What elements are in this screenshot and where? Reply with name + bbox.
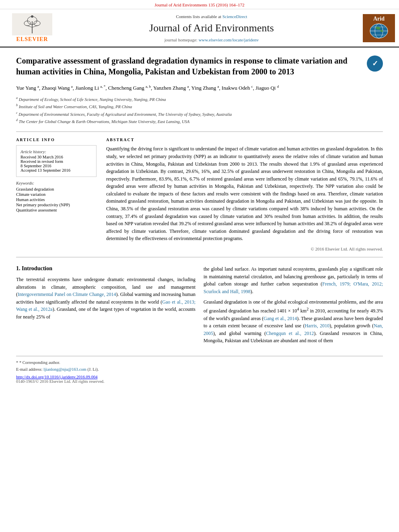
journal-citation-bar: Journal of Arid Environments 135 (2016) … <box>0 0 399 9</box>
keyword-5: Quantitative assessment <box>16 208 97 212</box>
keyword-3: Human activities <box>16 197 97 202</box>
ref-gao[interactable]: Gao et al., 2013; Wang et al., 2012a <box>16 299 195 312</box>
abstract-heading: ABSTRACT <box>106 138 383 142</box>
article-info-column: ARTICLE INFO Article history: Received 3… <box>16 138 97 251</box>
email-note: E-mail address: ljianlong@nju@163.com (J… <box>16 366 383 373</box>
ref-french[interactable]: French, 1979; O'Mara, 2012; Scurlock and… <box>204 281 383 294</box>
info-abstract-section: ARTICLE INFO Article history: Received 3… <box>16 138 383 251</box>
affiliation-a: a Department of Ecology, School of Life … <box>16 96 383 103</box>
article-info-heading: ARTICLE INFO <box>16 138 97 142</box>
keywords-box: Keywords: Grassland degradation Climate … <box>16 181 97 212</box>
affiliation-d: d The Center for Global Change & Earth O… <box>16 118 383 125</box>
elsevier-wordmark: ELSEVIER <box>16 36 48 43</box>
intro-para-3: Grassland degradation is one of the glob… <box>204 298 383 345</box>
affiliation-c: c Department of Environmental Sciences, … <box>16 111 383 118</box>
journal-homepage: journal homepage: www.elsevier.com/locat… <box>165 37 259 42</box>
body-two-column: 1. Introduction The terrestrial ecosyste… <box>16 265 383 348</box>
received-date: Received 30 March 2016 <box>21 155 92 159</box>
arid-logo-container: Arid <box>359 13 399 43</box>
intro-para-2: the global land surface. As important na… <box>204 265 383 295</box>
crossmark-badge: ✓ <box>367 55 383 72</box>
keywords-label: Keywords: <box>16 181 97 185</box>
body-right-col: the global land surface. As important na… <box>204 265 383 348</box>
journal-title-area: Contents lists available at ScienceDirec… <box>64 13 359 43</box>
keyword-4: Net primary productivity (NPP) <box>16 203 97 207</box>
science-direct-label: Contents lists available at ScienceDirec… <box>176 14 247 19</box>
authors-line: Yue Yang a, Zhaoqi Wang a, Jianlong Li a… <box>16 84 383 92</box>
doi-link[interactable]: http://dx.doi.org/10.1016/j.jaridenv.201… <box>16 375 97 379</box>
history-label: Article history: <box>21 150 92 154</box>
arid-text: Arid <box>373 16 385 22</box>
body-left-col: 1. Introduction The terrestrial ecosyste… <box>16 265 195 348</box>
affiliation-b: b Institute of Soil and Water Conservati… <box>16 103 383 110</box>
author-email-link[interactable]: ljianlong@nju@163.com <box>43 367 86 372</box>
ref-chengqun[interactable]: Chengqun et al., 2012 <box>266 331 314 336</box>
journal-citation-text: Journal of Arid Environments 135 (2016) … <box>154 2 245 7</box>
abstract-column: ABSTRACT Quantifying the driving force i… <box>106 138 383 251</box>
main-content: Comparative assessment of grassland degr… <box>0 47 399 392</box>
footnote-section: * * Corresponding author. E-mail address… <box>16 356 383 384</box>
elsevier-tree-logo <box>12 13 52 35</box>
arid-journal-logo: Arid <box>363 14 395 42</box>
copyright-line: © 2016 Elsevier Ltd. All rights reserved… <box>106 246 383 251</box>
ref-gang[interactable]: Gang et al., 2014 <box>263 316 297 321</box>
elsevier-logo-container: ELSEVIER <box>0 13 64 43</box>
abstract-text: Quantifying the driving force is signifi… <box>106 145 383 242</box>
science-direct-link[interactable]: ScienceDirect <box>222 14 247 19</box>
body-section: 1. Introduction The terrestrial ecosyste… <box>16 265 383 348</box>
paper-title: Comparative assessment of grassland degr… <box>16 55 367 77</box>
intro-heading: 1. Introduction <box>16 265 195 272</box>
journal-name: Journal of Arid Environments <box>149 22 274 34</box>
keyword-1: Grassland degradation <box>16 187 97 191</box>
journal-header: ELSEVIER Contents lists available at Sci… <box>0 9 399 47</box>
intro-para-1: The terrestrial ecosystems have undergon… <box>16 276 195 321</box>
accepted-date: Accepted 13 September 2016 <box>21 168 92 173</box>
doi-line: http://dx.doi.org/10.1016/j.jaridenv.201… <box>16 375 383 379</box>
paper-header: Comparative assessment of grassland degr… <box>16 55 383 77</box>
crossmark-symbol: ✓ <box>372 59 378 68</box>
revised-date: Received in revised form8 September 2016 <box>21 159 92 168</box>
body-divider <box>16 257 383 257</box>
ref-ipcc[interactable]: Intergovernmental Panel on Climate Chang… <box>18 292 116 297</box>
article-divider <box>16 131 383 132</box>
affiliations: a Department of Ecology, School of Life … <box>16 96 383 125</box>
svg-point-5 <box>31 15 33 18</box>
arid-globe-icon <box>368 22 390 40</box>
keyword-2: Climate variation <box>16 192 97 197</box>
homepage-url-link[interactable]: www.elsevier.com/locate/jaridenv <box>199 37 259 42</box>
corresponding-author-note: * * Corresponding author. <box>16 359 383 366</box>
article-history-box: Article history: Received 30 March 2016 … <box>16 145 97 177</box>
issn-line: 0140-1963/© 2016 Elsevier Ltd. All right… <box>16 379 383 384</box>
ref-harris[interactable]: Harris, 2010 <box>305 323 329 329</box>
